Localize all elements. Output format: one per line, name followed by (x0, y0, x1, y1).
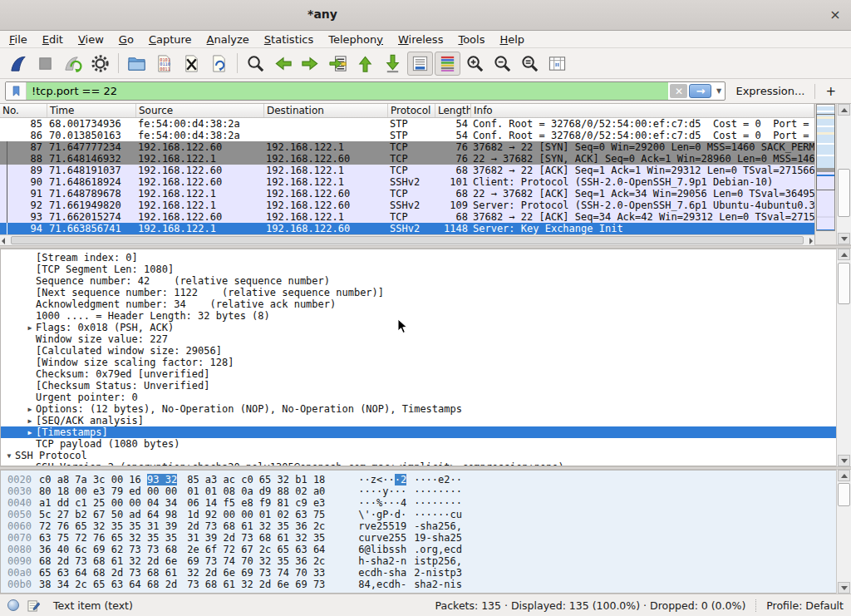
packet-row-92[interactable]: 9271.661949820192.168.122.1192.168.122.6… (0, 200, 814, 211)
detail-line[interactable]: Acknowledgment number: 34 (relative ack … (1, 298, 836, 310)
hex-row-0040[interactable]: 0040a1 dd c1 25 00 00 04 3406 14 f5 e8 f… (1, 497, 836, 509)
column-header-destination[interactable]: Destination (264, 104, 388, 117)
detail-line[interactable]: [Window size scaling factor: 128] (1, 357, 836, 368)
hscroll-thumb[interactable] (11, 236, 804, 244)
expand-arrow[interactable]: ▶ (24, 427, 36, 438)
vscroll-up-arrow[interactable] (838, 104, 850, 116)
menu-tools[interactable]: Tools (450, 32, 492, 47)
details-vscroll-down-arrow[interactable] (838, 455, 850, 466)
zoom-reset-button[interactable] (517, 52, 543, 76)
vscroll-down-arrow[interactable] (838, 233, 850, 244)
hex-row-0050[interactable]: 00505c 27 b2 67 50 ad 64 981d 92 00 00 0… (1, 509, 836, 520)
menu-wireless[interactable]: Wireless (391, 32, 450, 47)
close-window-button[interactable]: × (826, 6, 844, 24)
packet-row-87[interactable]: 8771.647777234192.168.122.60192.168.122.… (0, 141, 814, 153)
stop-capture-button[interactable] (32, 52, 58, 76)
go-first-button[interactable] (352, 52, 378, 76)
expand-arrow[interactable]: ▼ (3, 451, 15, 461)
column-header-length[interactable]: Length (435, 104, 471, 117)
column-header-info[interactable]: Info (471, 104, 814, 117)
packet-row-90[interactable]: 9071.648618924192.168.122.60192.168.122.… (0, 176, 814, 188)
detail-line[interactable]: ▶Options: (12 bytes), No-Operation (NOP)… (1, 403, 836, 415)
column-header-no[interactable]: No. (0, 104, 47, 117)
auto-scroll-button[interactable] (407, 52, 433, 76)
column-header-source[interactable]: Source (136, 104, 264, 117)
expand-arrow[interactable]: ▶ (24, 323, 36, 333)
hex-row-0090[interactable]: 009068 2d 73 68 61 32 2d 6e69 73 74 70 3… (1, 555, 836, 567)
detail-line[interactable]: [Checksum Status: Unverified] (1, 380, 836, 392)
expert-info-button[interactable] (7, 599, 19, 611)
display-filter-input[interactable] (27, 82, 668, 100)
menu-analyze[interactable]: Analyze (199, 32, 257, 47)
start-capture-button[interactable] (5, 52, 31, 76)
filter-history-dropdown[interactable]: ▼ (712, 82, 725, 100)
hex-vscroll-up-arrow[interactable] (838, 470, 850, 481)
go-to-packet-button[interactable] (325, 52, 351, 76)
reload-file-button[interactable] (206, 52, 232, 76)
packet-row-93[interactable]: 9371.662015274192.168.122.60192.168.122.… (0, 211, 814, 223)
packet-row-89[interactable]: 8971.648191037192.168.122.60192.168.122.… (0, 165, 814, 176)
hex-row-0080[interactable]: 008036 40 6c 69 62 73 73 682e 6f 72 67 2… (1, 544, 836, 555)
packet-row-86[interactable]: 8670.013850163fe:54:00:d4:38:2aSTP54Conf… (0, 130, 814, 141)
menu-help[interactable]: Help (492, 32, 532, 47)
capture-options-button[interactable] (87, 52, 113, 76)
filter-clear-button[interactable]: ✕ (670, 84, 687, 98)
vscroll-thumb[interactable] (838, 169, 850, 217)
zoom-out-button[interactable] (489, 52, 515, 76)
hex-row-0070[interactable]: 007063 75 72 76 65 32 35 3531 39 2d 73 6… (1, 532, 836, 544)
colorize-button[interactable] (435, 52, 460, 76)
close-file-button[interactable] (179, 52, 204, 76)
hscroll-left-arrow[interactable] (2, 238, 5, 244)
hex-row-0020[interactable]: 0020c0 a8 7a 3c 00 16 93 3285 a3 ac c0 6… (1, 474, 836, 485)
menu-statistics[interactable]: Statistics (257, 32, 321, 47)
detail-line[interactable]: ▼SSH Protocol (1, 450, 836, 461)
detail-line[interactable]: [Calculated window size: 29056] (1, 345, 836, 357)
hex-row-00a0[interactable]: 00a065 63 64 68 2d 73 68 6132 2d 6e 69 7… (1, 567, 836, 579)
detail-line[interactable]: [Next sequence number: 1122 (relative se… (1, 287, 836, 298)
hex-row-0060[interactable]: 006072 76 65 32 35 35 31 392d 73 68 61 3… (1, 520, 836, 532)
go-back-button[interactable] (270, 52, 296, 76)
detail-line[interactable]: Urgent pointer: 0 (1, 392, 836, 403)
menu-view[interactable]: View (71, 32, 111, 47)
filter-apply-button[interactable]: → (689, 84, 711, 98)
detail-line[interactable]: ▶[Timestamps] (1, 426, 836, 438)
detail-line[interactable]: Window size value: 227 (1, 333, 836, 345)
column-header-time[interactable]: Time (47, 104, 136, 117)
detail-line[interactable]: ▶Flags: 0x018 (PSH, ACK) (1, 322, 836, 333)
profile-button[interactable]: Profile: Default (766, 599, 844, 612)
detail-line[interactable]: ▶[SEQ/ACK analysis] (1, 415, 836, 426)
packet-row-88[interactable]: 8871.648146932192.168.122.1192.168.122.6… (0, 153, 814, 165)
packet-row-94[interactable]: 9471.663856741192.168.122.1192.168.122.6… (0, 223, 814, 234)
detail-line[interactable]: [Stream index: 0] (1, 252, 836, 264)
details-vscroll-thumb[interactable] (838, 263, 850, 304)
detail-line[interactable]: Sequence number: 42 (relative sequence n… (1, 275, 836, 287)
resize-columns-button[interactable] (544, 52, 570, 76)
open-file-button[interactable] (124, 52, 150, 76)
packet-list-minimap[interactable] (814, 104, 836, 244)
go-last-button[interactable] (380, 52, 406, 76)
menu-telephony[interactable]: Telephony (321, 32, 391, 47)
packet-row-91[interactable]: 9171.648789678192.168.122.1192.168.122.6… (0, 188, 814, 200)
go-forward-button[interactable] (298, 52, 323, 76)
hex-vscrollbar[interactable] (836, 470, 851, 594)
find-packet-button[interactable] (243, 52, 268, 76)
menu-edit[interactable]: Edit (35, 32, 71, 47)
hex-row-00b0[interactable]: 00b038 34 2c 65 63 64 68 2d73 68 61 32 2… (1, 579, 836, 590)
menu-capture[interactable]: Capture (141, 32, 199, 47)
expression-button[interactable]: Expression... (735, 85, 804, 97)
restart-capture-button[interactable] (60, 52, 86, 76)
details-vscrollbar[interactable] (836, 249, 851, 466)
expand-arrow[interactable]: ▶ (24, 404, 36, 415)
details-vscroll-up-arrow[interactable] (838, 249, 850, 260)
hscroll-right-arrow[interactable] (809, 238, 813, 244)
hex-vscroll-down-arrow[interactable] (838, 582, 850, 594)
column-header-protocol[interactable]: Protocol (388, 104, 435, 117)
hex-vscroll-thumb[interactable] (838, 483, 850, 506)
zoom-in-button[interactable] (462, 52, 488, 76)
detail-line[interactable]: Checksum: 0x79ed [unverified] (1, 368, 836, 380)
expand-arrow[interactable]: ▶ (24, 416, 36, 426)
capture-comment-button[interactable] (27, 599, 40, 612)
packet-row-85[interactable]: 8568.001734936fe:54:00:d4:38:2aSTP54Conf… (0, 118, 814, 130)
save-file-button[interactable]: 010101100011 (151, 52, 177, 76)
menu-go[interactable]: Go (111, 32, 141, 47)
